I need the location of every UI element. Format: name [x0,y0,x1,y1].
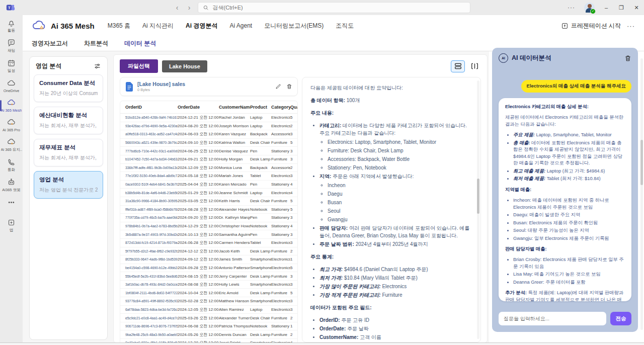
rail-item-apps[interactable]: 앱 [0,216,23,236]
header-more-icon[interactable]: ··· [627,22,635,30]
table-cell: 3 [290,174,298,178]
table-cell: Laptop [250,307,271,312]
table-cell: Furniture [271,249,290,253]
summary-scrollbar[interactable] [477,80,479,339]
sub-list-item: Accessories: Backpack, Water Bottle [328,155,471,163]
ai-message-text: Electronics 카테고리의 매출 상세 분석:제공된 데이터에서 Ele… [505,104,625,301]
table-cell: 8f25b333-9647-4adb-9f8d-1bd539d3a3f2 [120,257,178,261]
sidebar-item-budget-status[interactable]: 예산대비현황 분석저는 회계사, 재무 분석가, 경영 컨... [34,107,103,134]
table-cell: 2 [290,316,298,320]
rail-item-ai-365-pro[interactable]: Ai 365 Pro [0,116,23,135]
table-cell: Mariah Jones [219,174,250,178]
bullet-list: 주요 제품: Laptop, Smartphone, Tablet, Monit… [505,132,625,182]
table-cell: Jeanne Schmidt [219,191,250,195]
app-title: Ai 365 Mesh [51,22,95,30]
rail-item-calls[interactable]: 통화 [0,155,23,176]
tab-chart-analysis[interactable]: 차트분석 [84,39,108,48]
nav-item-ai-business[interactable]: Ai 경영분석 [186,22,217,30]
nav-item-ai-knowledge[interactable]: Ai 지식관리 [142,22,174,30]
nav-item-monitoring-ems[interactable]: 모니터링보고서(EMS) [264,22,324,30]
table-cell: Antonio Patterson [219,266,250,270]
sidebar-item-consumer-data[interactable]: Consumer Data 분석저는 20년 이상의 Consumr D... [34,74,103,102]
rail-item-chat[interactable]: 채팅 [0,36,23,56]
back-chevron-icon[interactable]: ‹ [174,4,181,12]
search-box[interactable] [198,2,470,13]
table-cell: 3 [290,232,298,237]
column-header: OrderDate [178,105,219,110]
ai-panel-scrollbar[interactable] [640,58,643,330]
table-cell: Desk Chair [250,140,271,145]
tab-exec-report[interactable]: 경영자보고서 [32,39,68,48]
sidebar-item-title: 영업 분석 [39,176,98,184]
sidebar-item-list: Consumer Data 분석저는 20년 이상의 Consumr D...예… [30,74,107,199]
list-item: 카테고리: 데이터에는 다양한 제품 카테고리가 포함되어 있습니다. 주요 카… [319,122,471,171]
nav-item-org-chart[interactable]: 조직도 [336,22,354,30]
layout-rows-toggle[interactable] [451,60,465,72]
list-item: 가장 많이 주문된 카테고리: Electronics [319,283,471,290]
table-cell: Stationery [271,324,290,328]
rail-item-calendar[interactable]: 일정 [0,56,23,76]
table-cell: 4 [290,191,298,195]
sidebar-item-financial-statements[interactable]: 재무제표 분석저는 회계사, 재무 분석가, 경영 컨... [34,139,103,166]
maximize-button[interactable]: ❐ [614,0,629,15]
teams-logo-icon[interactable]: T [6,3,15,12]
lakehouse-button[interactable]: Lake House [162,60,207,72]
layout-columns-toggle[interactable] [468,61,481,72]
sidebar-item-sales-analysis[interactable]: 영업 분석저는 영업 분석 전문가로 20년 이상... [34,171,103,199]
rail-item-onedrive[interactable]: OneDrive [0,76,23,96]
edit-icon[interactable] [275,83,281,90]
delete-icon[interactable] [286,83,292,90]
table-cell: 2024-12-29 오전 12:00:00 [178,223,219,229]
table-cell: 2024-09-12 오전 12:00:00 [178,256,219,262]
table-cell: 2 [290,249,298,253]
text-block: 주요 내용: [310,109,471,117]
nav-item-m365-home[interactable]: M365 홈 [108,22,130,30]
rail-item-ai-365-mesh[interactable]: Ai 365 Mesh [0,96,23,116]
sub-list-item: Stationery: Pen, Notebook [328,164,471,171]
trash-icon [624,55,631,62]
search-input[interactable] [212,4,465,11]
rail-item-more[interactable] [0,196,23,210]
table-cell: Stationery [271,215,290,220]
file-select-button[interactable]: 파일선택 [120,59,158,73]
window-titlebar: T ‹ › ··· ✓ – ❐ ✕ [0,0,644,15]
table-cell: Allen Ramirez [219,307,250,312]
table-cell: Notebook [250,224,271,228]
table-cell: Electronics [271,307,290,312]
table-cell: Smartphone [250,282,271,287]
presentation-icon [561,23,568,29]
table-cell: 1 [290,324,298,328]
table-cell: 5 [290,140,298,145]
sidebar-item-title: 예산대비현황 분석 [39,112,98,119]
sidebar-item-title: Consumer Data 분석 [39,79,98,87]
rail-item-ai-365-maint[interactable]: Ai 365 유지... [0,135,23,155]
table-cell: 2025-04-04 오전 12:00:00 [178,182,219,187]
main-nav: M365 홈Ai 지식관리Ai 경영분석Ai Agent모니터링보고서(EMS)… [108,22,366,30]
forward-chevron-icon[interactable]: › [186,4,193,12]
minimize-button[interactable]: – [599,0,614,15]
list-item: 최고 가격: $4984.6 (Daniel Chan의 Laptop 주문) [319,266,471,273]
table-cell: 777bd6c6-710e-442c-93c1-ea00d09bd871 [120,149,178,153]
rail-item-activity[interactable]: 활동 [0,16,23,36]
clear-chat-button[interactable] [624,55,631,62]
nav-item-ai-agent[interactable]: Ai Agent [229,22,252,29]
table-cell: Jacob Keith [219,249,250,253]
close-button[interactable]: ✕ [629,0,644,15]
file-card[interactable]: [Lake House] sales 0 Bytes [120,77,298,96]
table-cell: Samantha Aguirre [219,232,250,237]
table-cell: 2024-08-28 오전 12:00:00 [178,207,219,212]
question-input[interactable] [499,312,606,325]
titlebar-more-icon[interactable]: ··· [562,4,580,11]
table-cell: Stationery [271,182,290,187]
table-row: 9ba2fe48-25c9-48a3-9b50-a0aeb5e6c1aa2024… [120,330,297,339]
tab-data-analysis[interactable]: 데이터 분석 [124,39,156,48]
table-cell: 3 [290,282,298,287]
filter-icon[interactable] [94,62,101,70]
send-button[interactable]: 전송 [610,312,631,325]
table-cell: Matthew Hanson [219,299,250,303]
svg-text:T: T [8,6,11,10]
avatar[interactable]: ✓ [584,3,595,13]
table-cell: Carmen Henderson [219,240,250,245]
rail-item-ai365-chatbot[interactable]: Ai365 챗봇 [0,176,23,196]
start-presentation-button[interactable]: 프레젠테이션 시작 [561,22,621,30]
